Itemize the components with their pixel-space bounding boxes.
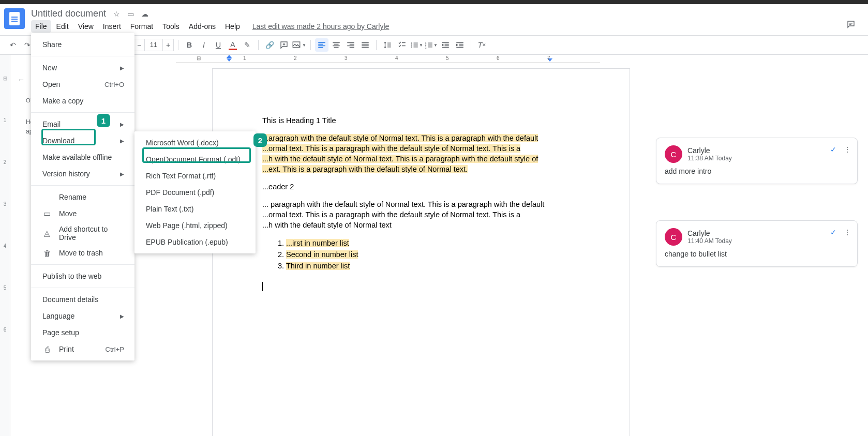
star-icon[interactable]: ☆ xyxy=(113,10,120,18)
menu-file[interactable]: File xyxy=(31,20,51,33)
avatar: C xyxy=(665,145,682,163)
document-title[interactable]: Untitled document xyxy=(31,8,106,19)
menu-add-shortcut[interactable]: ◬Add shortcut to Drive xyxy=(31,222,134,245)
move-folder-icon[interactable]: ▭ xyxy=(127,10,134,18)
download-html[interactable]: Web Page (.html, zipped) xyxy=(134,217,256,234)
horizontal-ruler[interactable]: ⊟ 1 2 3 4 5 6 7 xyxy=(176,55,600,63)
align-left-button[interactable] xyxy=(315,38,328,52)
doc-paragraph-1[interactable]: ...aragraph with the default style of No… xyxy=(262,133,580,174)
download-txt[interactable]: Plain Text (.txt) xyxy=(134,201,256,217)
comment-card[interactable]: C Carlyle 11:40 AM Today change to bulle… xyxy=(656,220,858,267)
menu-page-setup[interactable]: Page setup xyxy=(31,324,134,341)
comment-time: 11:40 AM Today xyxy=(687,237,732,245)
font-size-increase[interactable]: + xyxy=(162,39,174,51)
resolve-check-icon[interactable]: ✓ xyxy=(830,145,836,154)
document-page[interactable]: This is Heading 1 Title ...aragraph with… xyxy=(212,68,630,436)
last-edit-link[interactable]: Last edit was made 2 hours ago by Carlyl… xyxy=(252,22,390,31)
svg-rect-0 xyxy=(293,42,300,48)
menu-addons[interactable]: Add-ons xyxy=(185,20,220,33)
menu-publish[interactable]: Publish to the web xyxy=(31,268,134,284)
resolve-check-icon[interactable]: ✓ xyxy=(830,228,836,236)
menu-view[interactable]: View xyxy=(74,20,98,33)
menu-make-copy[interactable]: Make a copy xyxy=(31,93,134,109)
menu-print[interactable]: ⎙PrintCtrl+P xyxy=(31,341,134,357)
svg-point-2 xyxy=(411,44,412,46)
doc-numbered-list[interactable]: ...irst in number list Second in number … xyxy=(286,237,580,272)
menu-bar: File Edit View Insert Format Tools Add-o… xyxy=(31,20,389,33)
comment-more-icon[interactable]: ⋮ xyxy=(844,145,851,154)
file-menu-dropdown: Share New▶ OpenCtrl+O Make a copy Email▶… xyxy=(31,33,134,360)
comment-body: change to bullet list xyxy=(665,250,849,258)
menu-move-to-trash[interactable]: 🗑Move to trash xyxy=(31,245,134,261)
menu-offline[interactable]: Make available offline xyxy=(31,149,134,166)
font-size-value[interactable]: 11 xyxy=(145,39,162,51)
italic-button[interactable]: I xyxy=(197,38,211,52)
menu-language[interactable]: Language▶ xyxy=(31,308,134,324)
cloud-status-icon[interactable]: ☁ xyxy=(141,10,148,18)
menu-help[interactable]: Help xyxy=(221,20,244,33)
insert-link-button[interactable]: 🔗 xyxy=(263,38,276,52)
folder-icon: ▭ xyxy=(42,209,52,218)
collapse-outline-icon[interactable]: ← xyxy=(18,76,31,84)
comment-more-icon[interactable]: ⋮ xyxy=(844,228,851,236)
menu-share[interactable]: Share xyxy=(31,36,134,53)
print-icon: ⎙ xyxy=(42,345,52,354)
open-comments-icon[interactable] xyxy=(846,20,856,29)
download-pdf[interactable]: PDF Document (.pdf) xyxy=(134,184,256,201)
menu-open[interactable]: OpenCtrl+O xyxy=(31,76,134,93)
font-size-decrease[interactable]: − xyxy=(133,39,145,51)
clear-formatting-button[interactable]: T✕ xyxy=(475,38,489,52)
svg-point-3 xyxy=(411,47,412,48)
menu-new[interactable]: New▶ xyxy=(31,59,134,76)
svg-text:3: 3 xyxy=(425,46,426,49)
annotation-box-1 xyxy=(41,129,96,145)
insert-comment-button[interactable] xyxy=(277,38,291,52)
align-center-button[interactable] xyxy=(330,38,343,52)
annotation-badge-1: 1 xyxy=(97,114,110,127)
annotation-box-2 xyxy=(142,147,251,163)
indent-button[interactable] xyxy=(453,38,467,52)
comment-author: Carlyle xyxy=(687,146,732,155)
download-epub[interactable]: EPUB Publication (.epub) xyxy=(134,234,256,250)
menu-version-history[interactable]: Version history▶ xyxy=(31,166,134,182)
underline-button[interactable]: U xyxy=(212,38,225,52)
vertical-ruler: ⊟123456 xyxy=(0,55,10,436)
bold-button[interactable]: B xyxy=(183,38,196,52)
checklist-button[interactable] xyxy=(395,38,409,52)
text-cursor xyxy=(262,282,263,291)
menu-move[interactable]: ▭Move xyxy=(31,205,134,222)
menu-details[interactable]: Document details xyxy=(31,291,134,308)
comment-card[interactable]: C Carlyle 11:38 AM Today add more intro … xyxy=(656,138,858,184)
highlight-button[interactable]: ✎ xyxy=(241,38,254,52)
menu-insert[interactable]: Insert xyxy=(99,20,125,33)
list-item: ...irst in number list xyxy=(286,237,580,249)
text-color-button[interactable]: A xyxy=(226,38,240,52)
annotation-badge-2: 2 xyxy=(253,133,267,147)
avatar: C xyxy=(665,228,682,246)
menu-rename[interactable]: Rename xyxy=(31,189,134,205)
comment-author: Carlyle xyxy=(687,229,732,237)
undo-button[interactable]: ↶ xyxy=(6,38,20,52)
comment-body: add more intro xyxy=(665,167,849,175)
menu-tools[interactable]: Tools xyxy=(158,20,184,33)
svg-point-1 xyxy=(411,42,412,43)
download-rtf[interactable]: Rich Text Format (.rtf) xyxy=(134,168,256,184)
comment-time: 11:38 AM Today xyxy=(687,155,732,162)
outdent-button[interactable] xyxy=(439,38,452,52)
font-size-control: − 11 + xyxy=(133,39,174,51)
bullet-list-button[interactable]: ▼ xyxy=(410,38,423,52)
numbered-list-button[interactable]: 123▼ xyxy=(424,38,438,52)
menu-format[interactable]: Format xyxy=(126,20,157,33)
document-header: Untitled document ☆ ▭ ☁ File Edit View I… xyxy=(0,4,868,35)
line-spacing-button[interactable] xyxy=(381,38,394,52)
list-item: Third in number list xyxy=(286,260,580,272)
doc-heading-1[interactable]: This is Heading 1 Title xyxy=(262,115,580,126)
align-justify-button[interactable] xyxy=(358,38,372,52)
outline-panel: ← OUTL Hea appe xyxy=(10,55,31,436)
docs-logo-icon[interactable] xyxy=(4,8,25,29)
doc-paragraph-2[interactable]: ... paragraph with the default style of … xyxy=(262,199,580,230)
align-right-button[interactable] xyxy=(344,38,357,52)
menu-edit[interactable]: Edit xyxy=(52,20,73,33)
doc-heading-2[interactable]: ...eader 2 xyxy=(262,182,580,192)
insert-image-button[interactable]: ▼ xyxy=(292,38,306,52)
